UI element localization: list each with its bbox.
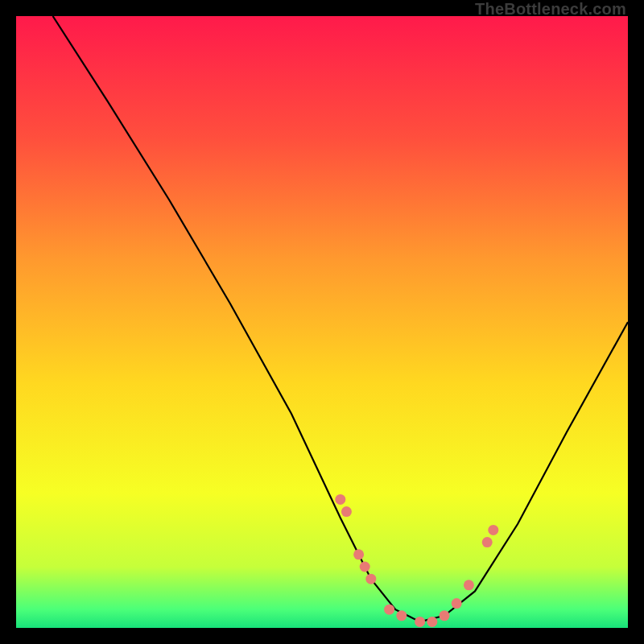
sample-point bbox=[415, 617, 425, 627]
sample-point bbox=[482, 537, 493, 547]
chart-gradient-bg bbox=[16, 16, 628, 628]
sample-point bbox=[335, 494, 345, 505]
sample-point bbox=[440, 610, 450, 621]
sample-point bbox=[452, 598, 462, 609]
sample-point bbox=[396, 610, 407, 621]
sample-point bbox=[341, 506, 352, 517]
sample-point bbox=[427, 617, 437, 627]
sample-point bbox=[360, 562, 370, 572]
chart-frame bbox=[16, 16, 628, 628]
sample-point bbox=[464, 580, 474, 590]
sample-point bbox=[353, 549, 364, 559]
watermark-text: TheBottleneck.com bbox=[475, 0, 626, 19]
sample-point bbox=[384, 605, 394, 615]
sample-point bbox=[488, 525, 498, 535]
chart-svg bbox=[16, 16, 628, 628]
sample-point bbox=[365, 574, 376, 584]
